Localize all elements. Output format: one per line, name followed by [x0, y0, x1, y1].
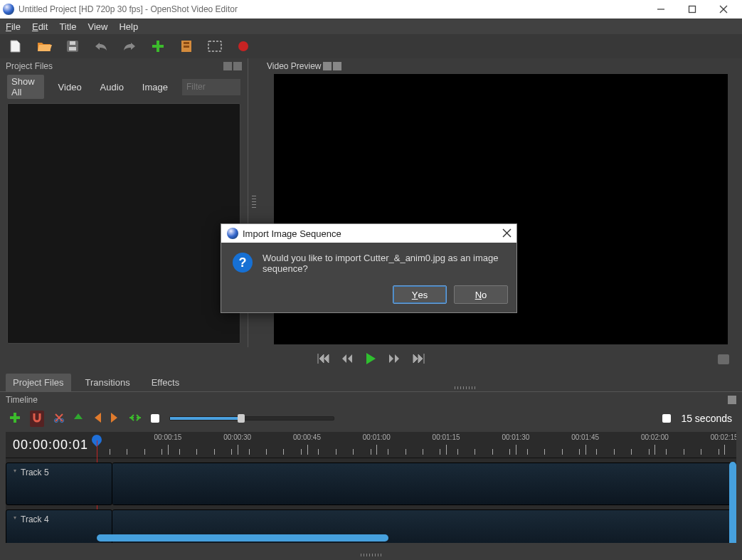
svg-line-3 — [720, 6, 727, 13]
menu-edit[interactable]: Edit — [32, 21, 48, 32]
save-project-icon[interactable] — [65, 39, 80, 53]
timeline-label: Timeline — [6, 395, 38, 405]
timeline-toolbar: 15 seconds — [0, 408, 742, 429]
dialog-close-icon[interactable] — [503, 228, 511, 239]
snapshot-icon[interactable] — [718, 354, 729, 364]
svg-rect-10 — [184, 42, 189, 44]
filter-image[interactable]: Image — [138, 80, 172, 94]
import-sequence-dialog: Import Image Sequence ? Would you like t… — [221, 223, 517, 313]
timeline-hscroll[interactable] — [97, 534, 388, 541]
tab-transitions[interactable]: Transitions — [78, 374, 137, 391]
add-track-icon[interactable] — [10, 413, 20, 425]
main-toolbar — [0, 34, 742, 58]
prev-marker-icon[interactable] — [92, 413, 101, 425]
play-icon[interactable] — [366, 353, 376, 366]
ruler-label: 00:00:30 — [223, 433, 251, 441]
minimize-button[interactable] — [645, 0, 677, 19]
close-button[interactable] — [708, 0, 739, 19]
open-project-icon[interactable] — [37, 39, 51, 53]
new-project-icon[interactable] — [9, 39, 23, 53]
filter-audio[interactable]: Audio — [96, 80, 128, 94]
svg-rect-5 — [69, 47, 76, 51]
zoom-indicator-icon — [662, 414, 671, 423]
preview-undock-icon[interactable] — [323, 62, 332, 70]
window-title: Untitled Project [HD 720p 30 fps] - Open… — [18, 4, 238, 14]
track-label[interactable]: Track 5 — [6, 463, 112, 505]
profiles-icon[interactable] — [179, 39, 194, 53]
panel-undock-icon[interactable] — [223, 62, 232, 70]
drag-handle-icon[interactable] — [455, 386, 476, 389]
undo-icon[interactable] — [94, 39, 108, 53]
razor-icon[interactable] — [54, 413, 64, 425]
timeline-area[interactable]: 00:00:00:01 00:00:1500:00:3000:00:4500:0… — [6, 432, 736, 543]
svg-point-13 — [238, 41, 248, 51]
project-files-area[interactable] — [7, 103, 240, 344]
ruler-label: 00:01:15 — [433, 433, 460, 441]
svg-rect-6 — [70, 41, 75, 45]
svg-rect-11 — [184, 46, 189, 48]
ruler-label: 00:02:00 — [641, 433, 669, 441]
dialog-message: Would you like to import Cutter_&_anim0.… — [263, 253, 505, 274]
timecode[interactable]: 00:00:00:01 — [6, 432, 104, 458]
menu-bar: File Edit Title View Help — [0, 19, 742, 34]
timeline-undock-icon[interactable] — [728, 396, 736, 404]
menu-title[interactable]: Title — [59, 21, 76, 32]
ruler-label: 00:01:45 — [571, 433, 599, 441]
zoom-out-icon[interactable] — [151, 414, 159, 423]
center-playhead-icon[interactable] — [129, 413, 141, 424]
jump-end-icon[interactable] — [413, 354, 425, 366]
project-files-header: Project Files — [0, 58, 248, 74]
dialog-title: Import Image Sequence — [243, 228, 341, 239]
panel-close-icon[interactable] — [233, 62, 242, 70]
menu-file[interactable]: File — [6, 21, 21, 32]
project-files-label: Project Files — [6, 61, 53, 71]
filter-video[interactable]: Video — [54, 80, 86, 94]
filter-input[interactable] — [182, 79, 240, 95]
svg-rect-12 — [208, 41, 221, 51]
playback-controls — [0, 347, 742, 371]
window-titlebar: Untitled Project [HD 720p 30 fps] - Open… — [0, 0, 742, 19]
svg-rect-1 — [689, 6, 696, 13]
timeline-vscroll[interactable] — [729, 462, 736, 543]
ruler-label: 00:01:30 — [502, 433, 529, 441]
ruler-label: 00:02:15 — [711, 433, 736, 441]
snap-icon[interactable] — [30, 411, 44, 427]
track-row[interactable]: Track 5 — [6, 463, 736, 505]
app-icon — [3, 4, 14, 15]
import-files-icon[interactable] — [151, 39, 165, 53]
timeline-ruler[interactable]: 00:00:1500:00:3000:00:4500:01:0000:01:15… — [104, 432, 736, 458]
track-lane[interactable] — [112, 463, 736, 505]
jump-start-icon[interactable] — [318, 354, 329, 366]
svg-line-2 — [720, 6, 727, 13]
zoom-slider[interactable] — [169, 416, 334, 421]
fullscreen-icon[interactable] — [208, 39, 222, 53]
menu-help[interactable]: Help — [119, 21, 138, 32]
fastforward-icon[interactable] — [389, 354, 401, 366]
filter-show-all[interactable]: Show All — [7, 75, 44, 99]
video-preview-label: Video Preview — [267, 61, 322, 71]
svg-rect-8 — [152, 45, 164, 48]
export-icon[interactable] — [236, 39, 250, 53]
bottom-tabs: Project Files Transitions Effects — [0, 371, 742, 392]
marker-icon[interactable] — [74, 413, 83, 424]
ruler-label: 00:01:00 — [363, 433, 391, 441]
ruler-label: 00:00:15 — [154, 433, 181, 441]
preview-close-icon[interactable] — [333, 62, 341, 70]
no-button[interactable]: No — [454, 285, 508, 304]
resize-handle-icon[interactable] — [361, 554, 382, 556]
tab-effects[interactable]: Effects — [144, 374, 187, 391]
ruler-label: 00:00:45 — [293, 433, 321, 441]
maximize-button[interactable] — [677, 0, 708, 19]
rewind-icon[interactable] — [342, 354, 354, 366]
question-icon: ? — [233, 253, 253, 273]
tab-project-files[interactable]: Project Files — [6, 374, 71, 391]
menu-view[interactable]: View — [88, 21, 107, 32]
dialog-app-icon — [227, 228, 238, 239]
zoom-label: 15 seconds — [681, 413, 732, 424]
redo-icon[interactable] — [122, 39, 137, 53]
yes-button[interactable]: Yes — [393, 285, 447, 304]
next-marker-icon[interactable] — [111, 413, 120, 425]
svg-rect-15 — [10, 416, 20, 419]
